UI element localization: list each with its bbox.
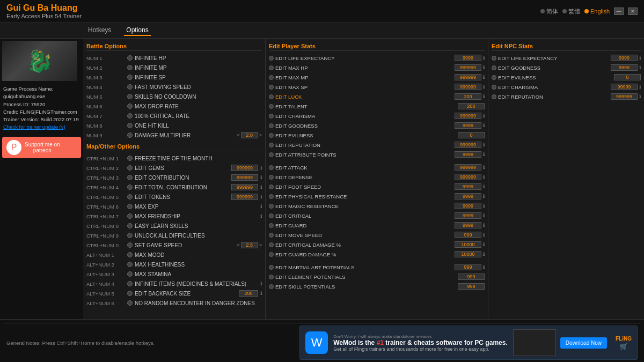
info-life-expectancy[interactable]: ℹ: [483, 55, 485, 61]
toggle-num6[interactable]: [127, 104, 133, 109]
value-critical-damage[interactable]: [455, 241, 481, 248]
toggle-guard-damage[interactable]: [269, 252, 274, 257]
value-move-speed[interactable]: [455, 232, 481, 238]
info-attack[interactable]: ℹ: [483, 165, 485, 170]
value-guard-damage[interactable]: [455, 251, 481, 257]
npc-toggle-evilness[interactable]: [492, 75, 496, 80]
toggle-life-expectancy[interactable]: [269, 56, 274, 61]
npc-value-goodness[interactable]: [611, 64, 638, 71]
toggle-foot-speed[interactable]: [269, 184, 274, 189]
toggle-ctrl-num2[interactable]: [127, 165, 133, 171]
info-guard[interactable]: ℹ: [483, 223, 485, 228]
toggle-guard[interactable]: [269, 223, 274, 228]
toggle-num9[interactable]: [127, 132, 133, 138]
npc-info-goodness[interactable]: ℹ: [639, 65, 641, 70]
value-critical[interactable]: [455, 212, 481, 219]
edit-total-info[interactable]: ℹ: [260, 184, 262, 190]
value-max-hp[interactable]: [455, 64, 481, 71]
edit-gems-info[interactable]: ℹ: [260, 165, 262, 171]
lang-simplified[interactable]: 简体: [540, 8, 558, 16]
toggle-num2[interactable]: [127, 65, 133, 70]
value-element[interactable]: [458, 274, 485, 280]
value-talent[interactable]: [458, 103, 485, 109]
info-defense[interactable]: ℹ: [483, 174, 485, 180]
info-physical-resistance[interactable]: ℹ: [483, 194, 485, 199]
value-skill[interactable]: [458, 283, 485, 290]
edit-tokens-value[interactable]: [231, 194, 258, 200]
toggle-ctrl-num9[interactable]: [127, 233, 133, 238]
patreon-button[interactable]: P Support me onpatreon: [2, 137, 81, 158]
toggle-ctrl-num7[interactable]: [127, 213, 133, 219]
toggle-reputation[interactable]: [269, 143, 274, 147]
toggle-num5[interactable]: [127, 94, 133, 99]
toggle-alt-num5[interactable]: [127, 291, 133, 296]
toggle-magic-resistance[interactable]: [269, 204, 274, 209]
minimize-button[interactable]: —: [614, 8, 624, 15]
value-foot-speed[interactable]: [455, 183, 481, 190]
toggle-max-mp[interactable]: [269, 75, 274, 80]
toggle-talent[interactable]: [269, 104, 274, 109]
lang-traditional[interactable]: 繁體: [562, 8, 580, 16]
toggle-num4[interactable]: [127, 84, 133, 90]
toggle-max-sp[interactable]: [269, 85, 274, 90]
info-magic-resistance[interactable]: ℹ: [483, 203, 485, 209]
value-charisma[interactable]: [455, 113, 481, 119]
value-goodness[interactable]: [455, 122, 481, 129]
toggle-luck[interactable]: [269, 94, 274, 99]
npc-info-charisma[interactable]: ℹ: [639, 84, 641, 90]
toggle-goodness[interactable]: [269, 123, 274, 128]
npc-toggle-goodness[interactable]: [492, 65, 496, 70]
value-magic-resistance[interactable]: [455, 203, 481, 209]
edit-gems-value[interactable]: [231, 165, 258, 171]
npc-toggle-charisma[interactable]: [492, 85, 496, 90]
game-speed-inc[interactable]: >: [259, 242, 262, 248]
toggle-defense[interactable]: [269, 175, 274, 180]
game-speed-dec[interactable]: <: [237, 242, 239, 248]
toggle-charisma[interactable]: [269, 114, 274, 119]
npc-value-evilness[interactable]: [614, 74, 641, 80]
toggle-element[interactable]: [269, 275, 274, 279]
info-martial-art[interactable]: ℹ: [483, 264, 485, 270]
toggle-critical[interactable]: [269, 213, 274, 218]
npc-value-charisma[interactable]: [611, 84, 638, 90]
damage-mult-dec[interactable]: <: [237, 132, 239, 138]
toggle-attribute-points[interactable]: [269, 152, 274, 157]
toggle-ctrl-num8[interactable]: [127, 223, 133, 228]
edit-total-contribution-value[interactable]: [231, 184, 258, 190]
edit-contribution-info[interactable]: ℹ: [260, 175, 262, 180]
info-max-hp[interactable]: ℹ: [483, 65, 485, 70]
value-luck[interactable]: [455, 93, 481, 100]
tab-hotkeys[interactable]: Hotkeys: [86, 25, 113, 36]
value-max-sp[interactable]: [455, 84, 481, 90]
toggle-ctrl-num1[interactable]: [127, 156, 133, 161]
info-max-sp[interactable]: ℹ: [483, 84, 485, 90]
info-move-speed[interactable]: ℹ: [483, 232, 485, 238]
npc-info-reputation[interactable]: ℹ: [639, 94, 641, 99]
lang-english[interactable]: English: [584, 8, 610, 14]
npc-value-reputation[interactable]: [611, 93, 638, 100]
value-attribute-points[interactable]: [455, 151, 481, 158]
npc-value-life-expectancy[interactable]: [611, 55, 638, 61]
edit-contribution-value[interactable]: [231, 174, 258, 181]
close-button[interactable]: ✕: [628, 8, 638, 15]
damage-mult-value[interactable]: [241, 132, 258, 138]
toggle-ctrl-num3[interactable]: [127, 175, 133, 180]
value-martial-art[interactable]: [455, 264, 481, 270]
info-reputation[interactable]: ℹ: [483, 142, 485, 147]
toggle-alt-num3[interactable]: [127, 271, 133, 277]
value-life-expectancy[interactable]: [455, 55, 481, 61]
toggle-num1[interactable]: [127, 55, 133, 61]
toggle-alt-num1[interactable]: [127, 252, 133, 257]
info-critical-damage[interactable]: ℹ: [483, 242, 485, 247]
info-charisma[interactable]: ℹ: [483, 113, 485, 119]
toggle-alt-num6[interactable]: [127, 300, 133, 306]
value-guard[interactable]: [455, 222, 481, 228]
toggle-alt-num2[interactable]: [127, 262, 133, 267]
tab-options[interactable]: Options: [124, 25, 150, 36]
info-attribute-points[interactable]: ℹ: [483, 152, 485, 157]
toggle-num3[interactable]: [127, 75, 133, 80]
info-foot-speed[interactable]: ℹ: [483, 184, 485, 189]
toggle-physical-resistance[interactable]: [269, 194, 274, 199]
toggle-max-hp[interactable]: [269, 65, 274, 70]
max-exp-info[interactable]: ℹ: [260, 204, 262, 209]
